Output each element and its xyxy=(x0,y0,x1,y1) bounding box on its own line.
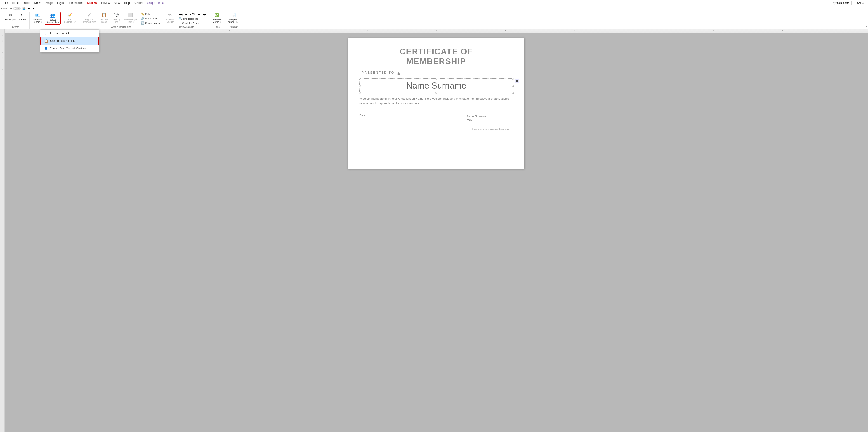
select-recipients-button[interactable]: 👥 SelectRecipients ▾ xyxy=(44,12,60,25)
last-record-button[interactable]: ▶▶ xyxy=(202,12,207,16)
handle-ml[interactable] xyxy=(359,85,361,87)
handle-tl[interactable] xyxy=(359,78,361,79)
menu-file[interactable]: File xyxy=(2,1,10,5)
handle-mr[interactable] xyxy=(512,85,514,87)
undo-button[interactable]: ↩ xyxy=(27,6,31,10)
menu-references[interactable]: References xyxy=(68,1,85,5)
ruler-tick: 1 xyxy=(229,29,230,32)
name-text-box[interactable]: Name Surname ⬛ xyxy=(360,78,513,93)
quick-access-toolbar: AutoSave Off 💾 ↩ ▾ xyxy=(0,6,868,11)
record-number-box[interactable]: ABC xyxy=(188,13,196,16)
finish-merge-button[interactable]: ✅ Finish &Merge ▾ xyxy=(211,12,222,24)
choose-outlook-icon: 👤 xyxy=(44,47,48,51)
prev-record-button[interactable]: ◀ xyxy=(184,12,188,16)
merge-to-pdf-icon: 📄 xyxy=(231,13,236,18)
choose-outlook-item[interactable]: 👤 Choose from Outlook Contacts... xyxy=(40,45,99,52)
menu-layout[interactable]: Layout xyxy=(55,1,67,5)
certificate-title: CERTIFICATE OF MEMBERSHIP xyxy=(360,47,513,66)
menu-draw[interactable]: Draw xyxy=(32,1,42,5)
presented-to-label: PRESENTED TO xyxy=(362,71,394,74)
undo-dropdown[interactable]: ▾ xyxy=(32,7,35,10)
menu-mailings[interactable]: Mailings xyxy=(86,0,99,5)
menu-insert[interactable]: Insert xyxy=(22,1,32,5)
match-fields-button[interactable]: 🔗 Match Fields xyxy=(140,16,161,21)
address-block-label: AddressBlock xyxy=(100,18,108,23)
handle-br[interactable] xyxy=(512,92,514,94)
select-recipients-dropdown: 📋 Type a New List... 📋 Use an Existing L… xyxy=(40,29,99,53)
address-block-button: 📋 AddressBlock xyxy=(98,12,110,24)
save-button[interactable]: 💾 xyxy=(22,6,26,10)
vertical-ruler: 9 8 7 6 5 4 3 2 1 xyxy=(0,33,4,432)
finish-merge-icon: ✅ xyxy=(214,13,219,18)
share-button[interactable]: ↑ Share xyxy=(852,1,866,5)
name-signature: Name Surname Title Place your organizati… xyxy=(467,113,513,133)
ribbon-group-acrobat: 📄 Merge toAdobe PDF Acrobat xyxy=(224,12,243,29)
document-page: CERTIFICATE OF MEMBERSHIP PRESENTED TO ⊕… xyxy=(348,38,524,169)
main-area: 9 8 7 6 5 4 3 2 1 CERTIFICATE OF MEMBERS… xyxy=(0,33,868,432)
envelopes-button[interactable]: ✉ Envelopes xyxy=(4,12,18,22)
ribbon-group-create: ✉ Envelopes 🏷 Labels Create xyxy=(2,12,30,29)
start-mail-merge-button[interactable]: 📧 Start MailMerge ▾ xyxy=(31,12,44,24)
v-ruler-tick: 7 xyxy=(2,46,2,48)
autosave-toggle[interactable]: Off xyxy=(13,7,21,10)
highlight-merge-icon: 🖊 xyxy=(88,13,92,18)
use-existing-list-item[interactable]: 📋 Use an Existing List... xyxy=(40,37,99,45)
menu-home[interactable]: Home xyxy=(10,1,21,5)
highlight-merge-button: 🖊 HighlightMerge Fields xyxy=(82,12,98,24)
preview-results-group-label: Preview Results xyxy=(178,26,194,29)
match-fields-icon: 🔗 xyxy=(141,17,144,20)
menu-design[interactable]: Design xyxy=(43,1,55,5)
address-block-icon: 📋 xyxy=(101,13,106,18)
write-insert-group-label: Write & Insert Fields xyxy=(111,26,131,29)
use-existing-label: Use an Existing List... xyxy=(50,39,76,42)
target-icon: ⊕ xyxy=(397,71,400,76)
envelopes-icon: ✉ xyxy=(9,13,12,18)
labels-icon: 🏷 xyxy=(21,13,25,18)
ruler-tick: 9 xyxy=(782,29,782,32)
move-handle-button[interactable]: ⬛ xyxy=(515,79,519,83)
handle-bl[interactable] xyxy=(359,92,361,94)
ribbon-collapse-button[interactable]: ∧ xyxy=(865,25,868,28)
check-errors-button[interactable]: ⚠ Check for Errors xyxy=(178,21,207,25)
ruler-tick: 4 xyxy=(436,29,437,32)
insert-merge-label: Insert MergeField ▾ xyxy=(124,18,137,23)
certificate-body: to certify membership in Your Organizati… xyxy=(360,97,513,106)
handle-tc[interactable] xyxy=(435,78,437,79)
ribbon-group-preview: 👁 PreviewResults ◀◀ ◀ ABC ▶ ▶▶ 🔍 Find Re… xyxy=(163,12,209,29)
rules-icon: 📏 xyxy=(141,12,144,15)
rules-button[interactable]: 📏 Rules ▾ xyxy=(140,12,161,16)
next-record-button[interactable]: ▶ xyxy=(197,12,201,16)
merge-to-pdf-button[interactable]: 📄 Merge toAdobe PDF xyxy=(226,12,241,24)
edit-recipient-icon: 📝 xyxy=(67,13,72,18)
v-ruler-tick: 9 xyxy=(2,34,2,36)
ribbon: ✉ Envelopes 🏷 Labels Create 📧 Start Mail… xyxy=(0,11,868,29)
find-recipient-button[interactable]: 🔍 Find Recipient xyxy=(178,17,207,21)
menu-shape-format[interactable]: Shape Format xyxy=(145,1,166,5)
menu-help[interactable]: Help xyxy=(122,1,131,5)
handle-tr[interactable] xyxy=(512,78,514,79)
preview-results-label: PreviewResults xyxy=(166,18,174,23)
type-new-list-icon: 📋 xyxy=(44,31,48,35)
share-label: Share xyxy=(857,2,864,4)
ribbon-group-finish: ✅ Finish &Merge ▾ Finish xyxy=(209,12,224,29)
greeting-line-label: GreetingLine xyxy=(112,18,120,23)
share-icon: ↑ xyxy=(855,2,857,4)
sig-title: Title xyxy=(467,119,513,122)
cert-title-line1: CERTIFICATE OF xyxy=(360,47,513,57)
type-new-list-label: Type a New List... xyxy=(50,32,71,35)
type-new-list-item[interactable]: 📋 Type a New List... xyxy=(40,30,99,37)
update-labels-button[interactable]: 🔄 Update Labels xyxy=(140,21,161,25)
labels-label: Labels xyxy=(20,18,26,21)
handle-bc[interactable] xyxy=(435,92,437,94)
menu-acrobat[interactable]: Acrobat xyxy=(132,1,145,5)
sig-name: Name Surname xyxy=(467,115,513,118)
first-record-button[interactable]: ◀◀ xyxy=(178,12,184,16)
toggle-knob xyxy=(13,7,16,10)
menu-view[interactable]: View xyxy=(113,1,122,5)
select-recipients-label: SelectRecipients ▾ xyxy=(46,19,59,24)
use-existing-icon: 📋 xyxy=(44,39,49,43)
labels-button[interactable]: 🏷 Labels xyxy=(18,12,28,22)
menu-review[interactable]: Review xyxy=(99,1,112,5)
comments-button[interactable]: 💬 Comments xyxy=(831,1,852,5)
ruler-tick: ·1 xyxy=(134,29,135,32)
